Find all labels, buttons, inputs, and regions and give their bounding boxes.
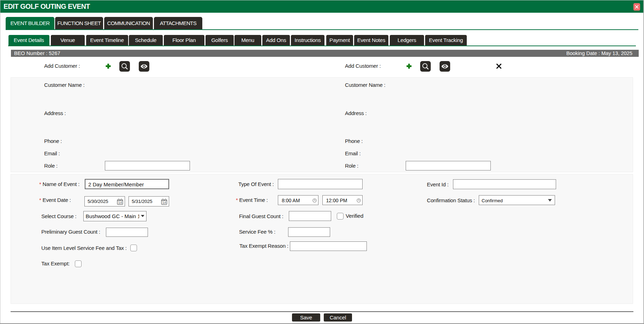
svg-text:14: 14	[162, 200, 166, 204]
svg-text:14: 14	[118, 200, 122, 204]
